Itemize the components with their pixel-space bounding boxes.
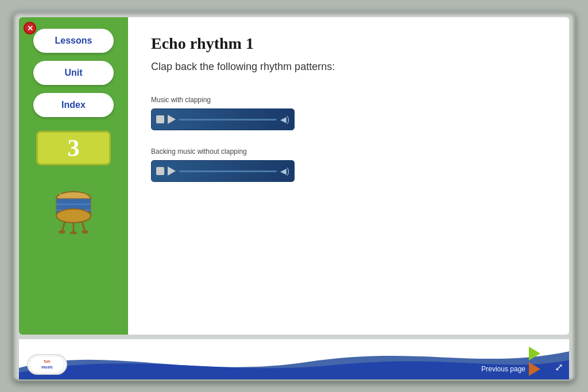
- stop-button-1[interactable]: [156, 115, 164, 123]
- prev-arrow-icon: [529, 362, 540, 376]
- audio-player-1[interactable]: ◀): [151, 108, 295, 130]
- lessons-button[interactable]: Lessons: [33, 29, 114, 53]
- logo-badge: fun music: [27, 354, 67, 375]
- main-content: Echo rhythm 1 Clap back the following rh…: [128, 17, 569, 335]
- sidebar: ✕ Lessons Unit Index 3: [19, 17, 128, 335]
- logo-area: fun music: [27, 354, 67, 375]
- progress-track-1[interactable]: [179, 119, 277, 121]
- svg-point-4: [56, 209, 91, 223]
- whiteboard-frame: ✕ Lessons Unit Index 3: [13, 11, 575, 381]
- play-button-1[interactable]: [168, 115, 176, 124]
- play-button-2[interactable]: [168, 166, 176, 176]
- next-page-label: Next page: [494, 350, 525, 358]
- stop-button-2[interactable]: [156, 167, 164, 175]
- unit-number: 3: [68, 134, 80, 162]
- page-subtitle: Clap back the following rhythm patterns:: [151, 61, 546, 73]
- bottom-wave-area: fun music Next page Previous page ⤢: [19, 339, 569, 379]
- svg-point-9: [70, 231, 77, 234]
- close-button[interactable]: ✕: [24, 22, 36, 34]
- audio-label-1: Music with clapping: [151, 96, 546, 104]
- next-arrow-icon: [529, 347, 540, 360]
- audio-player-2[interactable]: ◀): [151, 160, 295, 182]
- drum-illustration: [51, 183, 96, 234]
- prev-page-label: Previous page: [481, 365, 525, 373]
- audio-section-2: Backing music without clapping ◀): [151, 148, 546, 182]
- volume-icon-1[interactable]: ◀): [280, 115, 289, 124]
- unit-button[interactable]: Unit: [33, 61, 114, 85]
- index-button[interactable]: Index: [33, 93, 114, 117]
- svg-text:music: music: [41, 365, 53, 369]
- audio-label-2: Backing music without clapping: [151, 148, 546, 156]
- logo-svg: fun music: [30, 356, 64, 373]
- audio-section-1: Music with clapping ◀): [151, 96, 546, 130]
- unit-number-badge: 3: [36, 131, 111, 165]
- progress-track-2[interactable]: [179, 170, 277, 172]
- volume-icon-2[interactable]: ◀): [280, 166, 289, 176]
- fullscreen-button[interactable]: ⤢: [555, 361, 563, 374]
- prev-page-button[interactable]: Previous page: [481, 362, 540, 376]
- next-page-button[interactable]: Next page: [494, 347, 540, 360]
- board-inner: ✕ Lessons Unit Index 3: [19, 17, 569, 335]
- svg-point-8: [59, 230, 65, 234]
- svg-point-10: [82, 230, 88, 234]
- navigation-controls: Next page Previous page: [481, 347, 540, 376]
- svg-rect-12: [30, 356, 64, 373]
- svg-text:fun: fun: [44, 359, 51, 363]
- page-title: Echo rhythm 1: [151, 34, 546, 53]
